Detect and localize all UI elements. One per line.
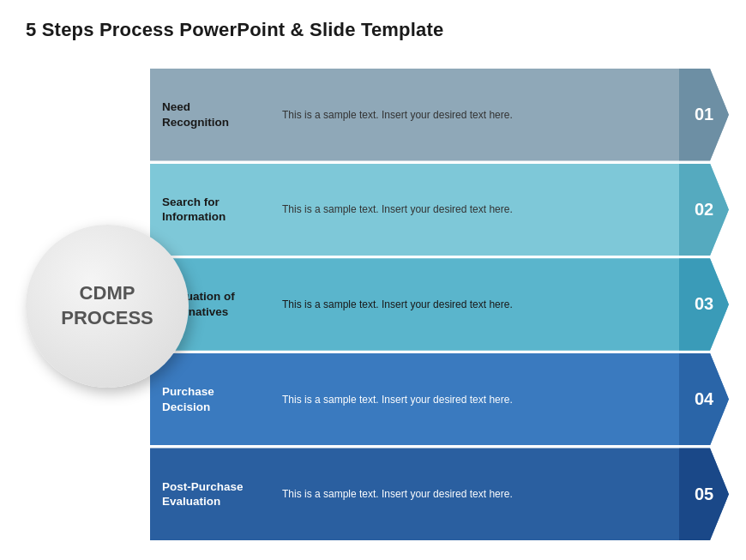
- arrow-inner-1: Search for Information This is a sample …: [150, 164, 729, 256]
- step-number-1: 02: [695, 200, 713, 220]
- step-label-4: Post-Purchase Evaluation: [162, 479, 258, 509]
- step-desc-area-0: This is a sample text. Insert your desir…: [270, 69, 679, 161]
- step-num-bg-2: 03: [679, 258, 729, 351]
- step-num-bg-0: 01: [679, 69, 729, 161]
- step-desc-area-1: This is a sample text. Insert your desir…: [270, 164, 679, 256]
- step-desc-area-2: This is a sample text. Insert your desir…: [270, 258, 679, 351]
- arrow-inner-0: Need Recognition This is a sample text. …: [150, 69, 729, 161]
- circle-label-line1: CDMP: [80, 281, 135, 306]
- arrow-inner-3: Purchase Decision This is a sample text.…: [150, 353, 729, 446]
- step-number-4: 05: [695, 485, 713, 504]
- step-num-bg-1: 02: [679, 164, 729, 256]
- step-label-1: Search for Information: [162, 195, 258, 225]
- step-desc-0: This is a sample text. Insert your desir…: [282, 107, 513, 123]
- step-label-area-4: Post-Purchase Evaluation: [150, 448, 270, 540]
- step-row-0: Need Recognition This is a sample text. …: [150, 69, 729, 161]
- arrow-shape-2: Evaluation of Alternatives This is a sam…: [150, 258, 729, 351]
- step-label-area-0: Need Recognition: [150, 69, 270, 161]
- step-row-4: Post-Purchase Evaluation This is a sampl…: [150, 448, 729, 540]
- step-label-0: Need Recognition: [162, 99, 258, 129]
- step-desc-4: This is a sample text. Insert your desir…: [282, 486, 513, 502]
- step-number-0: 01: [695, 105, 713, 124]
- step-num-bg-3: 04: [679, 353, 729, 446]
- step-desc-area-3: This is a sample text. Insert your desir…: [270, 353, 679, 446]
- step-desc-area-4: This is a sample text. Insert your desir…: [270, 448, 679, 540]
- steps-container: Need Recognition This is a sample text. …: [150, 69, 729, 543]
- step-desc-3: This is a sample text. Insert your desir…: [282, 392, 513, 407]
- step-number-2: 03: [695, 294, 713, 314]
- arrow-shape-1: Search for Information This is a sample …: [150, 164, 729, 256]
- step-desc-1: This is a sample text. Insert your desir…: [282, 202, 513, 217]
- step-label-3: Purchase Decision: [162, 384, 258, 414]
- main-content: CDMP PROCESS Need Recognition This is a …: [26, 69, 729, 543]
- step-number-3: 04: [695, 389, 713, 409]
- process-circle: CDMP PROCESS: [26, 225, 189, 388]
- arrow-shape-3: Purchase Decision This is a sample text.…: [150, 353, 729, 446]
- arrow-shape-0: Need Recognition This is a sample text. …: [150, 69, 729, 161]
- step-row-2: Evaluation of Alternatives This is a sam…: [150, 258, 729, 351]
- arrow-inner-4: Post-Purchase Evaluation This is a sampl…: [150, 448, 729, 540]
- step-row-1: Search for Information This is a sample …: [150, 164, 729, 256]
- circle-label-line2: PROCESS: [61, 306, 153, 331]
- arrow-inner-2: Evaluation of Alternatives This is a sam…: [150, 258, 729, 351]
- step-desc-2: This is a sample text. Insert your desir…: [282, 297, 513, 312]
- arrow-shape-4: Post-Purchase Evaluation This is a sampl…: [150, 448, 729, 540]
- circle-container: CDMP PROCESS: [26, 225, 189, 388]
- step-num-bg-4: 05: [679, 448, 729, 540]
- step-row-3: Purchase Decision This is a sample text.…: [150, 353, 729, 446]
- page-title: 5 Steps Process PowerPoint & Slide Templ…: [26, 19, 443, 41]
